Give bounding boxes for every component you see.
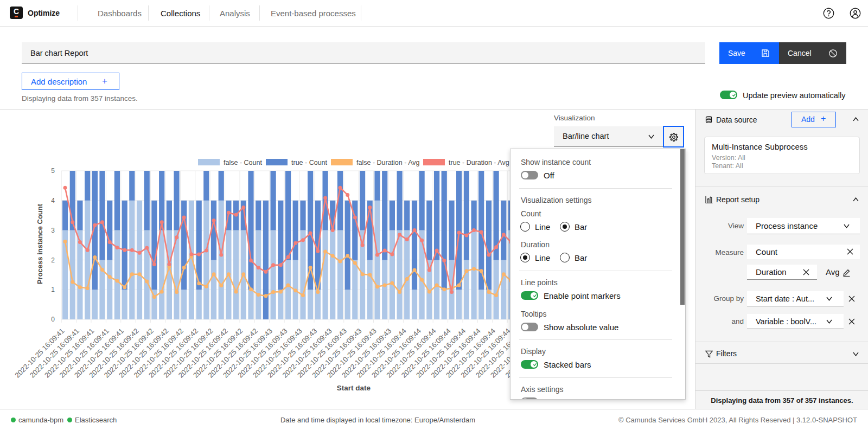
svg-text:5: 5 (51, 167, 55, 175)
svg-text:true - Duration - Avg: true - Duration - Avg (449, 159, 509, 166)
svg-text:false - Duration - Avg: false - Duration - Avg (356, 159, 420, 166)
svg-text:1: 1 (51, 286, 55, 293)
svg-text:false - Count: false - Count (224, 159, 262, 166)
svg-text:true - Count: true - Count (291, 159, 328, 166)
svg-text:4: 4 (51, 197, 55, 204)
svg-text:Process instance Count: Process instance Count (36, 203, 44, 284)
svg-text:0: 0 (51, 316, 55, 323)
svg-text:Start date: Start date (337, 384, 371, 392)
svg-text:3: 3 (51, 227, 55, 234)
svg-text:2: 2 (51, 256, 55, 264)
